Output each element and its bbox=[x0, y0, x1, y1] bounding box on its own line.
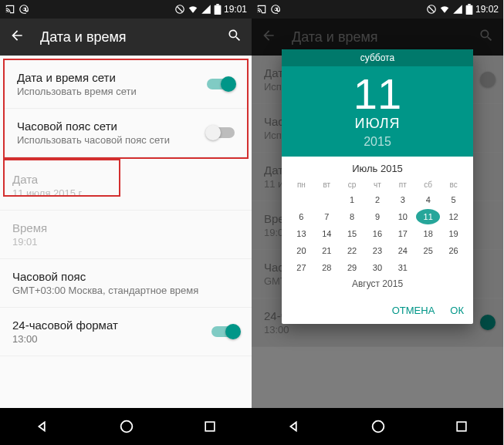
calendar-title: Июль 2015 bbox=[289, 163, 465, 174]
status-time: 19:02 bbox=[475, 4, 499, 15]
svg-line-1 bbox=[177, 7, 182, 12]
label: 24-часовой формат bbox=[12, 319, 211, 332]
label: Дата и время сети bbox=[17, 71, 207, 84]
next-month-label: Август 2015 bbox=[289, 275, 465, 292]
svg-rect-9 bbox=[468, 4, 471, 5]
phone-right: 19:02 Дата и время ДатИсп ЧасИсп Дат11 и… bbox=[252, 0, 503, 445]
nav-back[interactable] bbox=[34, 418, 51, 435]
month-label[interactable]: ИЮЛЯ bbox=[282, 116, 473, 132]
toggle-24h[interactable] bbox=[211, 326, 239, 337]
setting-timezone[interactable]: Часовой пояс GMT+03:00 Москва, стандартн… bbox=[0, 259, 252, 308]
calendar-day[interactable]: 7 bbox=[315, 209, 339, 224]
calendar-day[interactable]: 12 bbox=[441, 209, 465, 224]
calendar-day[interactable]: 4 bbox=[416, 192, 440, 207]
svg-point-10 bbox=[373, 421, 384, 433]
calendar-day[interactable]: 5 bbox=[441, 192, 465, 207]
year-label[interactable]: 2015 bbox=[282, 135, 473, 149]
nav-recent[interactable] bbox=[454, 419, 469, 434]
calendar-day[interactable]: 26 bbox=[441, 243, 465, 258]
calendar-day[interactable]: 21 bbox=[315, 243, 339, 258]
calendar-day[interactable]: 10 bbox=[391, 209, 414, 224]
calendar-day[interactable]: 6 bbox=[289, 209, 313, 224]
dialog-actions: ОТМЕНА ОК bbox=[282, 298, 473, 324]
setting-24h[interactable]: 24-часовой формат 13:00 bbox=[0, 308, 252, 356]
calendar-dow: вт bbox=[315, 179, 339, 190]
subtitle: 11 июля 2015 г. bbox=[12, 187, 239, 199]
app-bar: Дата и время bbox=[0, 19, 252, 56]
date-picker-dialog: суббота 11 ИЮЛЯ 2015 Июль 2015 пнвтсрчтп… bbox=[282, 49, 473, 324]
status-time: 19:01 bbox=[224, 4, 247, 15]
calendar-day[interactable]: 17 bbox=[391, 226, 414, 241]
setting-network-tz[interactable]: Часовой пояс сети Использовать часовой п… bbox=[5, 109, 247, 157]
label: Часовой пояс bbox=[12, 270, 239, 283]
toggle-network-tz[interactable] bbox=[207, 127, 235, 138]
calendar-day[interactable]: 13 bbox=[289, 226, 313, 241]
calendar-day[interactable]: 2 bbox=[366, 192, 390, 207]
svg-point-4 bbox=[121, 421, 133, 433]
day-label[interactable]: 11 bbox=[282, 72, 473, 116]
nav-home[interactable] bbox=[370, 418, 387, 435]
calendar-dow: пн bbox=[289, 179, 313, 190]
calendar-day[interactable]: 16 bbox=[366, 226, 390, 241]
nav-bar bbox=[252, 408, 503, 445]
calendar-dow: пт bbox=[391, 179, 414, 190]
at-icon bbox=[270, 4, 281, 15]
setting-network-time[interactable]: Дата и время сети Использовать время сет… bbox=[5, 60, 247, 109]
subtitle: 19:01 bbox=[12, 236, 239, 248]
calendar-day[interactable]: 3 bbox=[391, 192, 414, 207]
calendar-day[interactable]: 11 bbox=[416, 209, 440, 224]
calendar-day[interactable]: 22 bbox=[340, 243, 364, 258]
screencast-icon bbox=[5, 4, 15, 15]
calendar-day[interactable]: 30 bbox=[366, 260, 390, 275]
highlight-box-top: Дата и время сети Использовать время сет… bbox=[3, 59, 249, 159]
calendar-dow: чт bbox=[366, 179, 390, 190]
status-bar: 19:01 bbox=[0, 0, 252, 19]
calendar-day[interactable]: 8 bbox=[340, 209, 364, 224]
cancel-button[interactable]: ОТМЕНА bbox=[392, 305, 435, 316]
calendar-day[interactable]: 1 bbox=[340, 192, 364, 207]
label: Время bbox=[12, 221, 239, 234]
calendar-day[interactable]: 14 bbox=[315, 226, 339, 241]
nav-home[interactable] bbox=[118, 418, 135, 435]
no-sim-icon bbox=[174, 4, 185, 15]
setting-date: Дата 11 июля 2015 г. bbox=[0, 162, 252, 211]
at-icon bbox=[19, 4, 29, 15]
calendar-day[interactable]: 29 bbox=[340, 260, 364, 275]
back-button[interactable] bbox=[9, 28, 25, 47]
calendar-day[interactable]: 25 bbox=[416, 243, 440, 258]
label: Дата bbox=[12, 173, 239, 186]
calendar-day[interactable]: 28 bbox=[315, 260, 339, 275]
nav-recent[interactable] bbox=[202, 419, 218, 434]
battery-icon bbox=[214, 4, 222, 15]
no-sim-icon bbox=[426, 4, 437, 15]
calendar-day[interactable]: 15 bbox=[340, 226, 364, 241]
setting-time: Время 19:01 bbox=[0, 211, 252, 259]
calendar-day[interactable]: 18 bbox=[416, 226, 440, 241]
dialog-header: суббота 11 ИЮЛЯ 2015 bbox=[282, 49, 473, 157]
weekday-label: суббота bbox=[282, 49, 473, 66]
screencast-icon bbox=[256, 4, 267, 15]
wifi-icon bbox=[439, 4, 450, 15]
calendar-day[interactable]: 27 bbox=[289, 260, 313, 275]
search-button[interactable] bbox=[227, 28, 242, 47]
svg-rect-8 bbox=[466, 5, 473, 15]
calendar-day[interactable]: 23 bbox=[366, 243, 390, 258]
wifi-icon bbox=[188, 4, 198, 15]
calendar-day[interactable]: 24 bbox=[391, 243, 414, 258]
calendar-day[interactable]: 9 bbox=[366, 209, 390, 224]
toggle-network-time[interactable] bbox=[207, 79, 235, 89]
ok-button[interactable]: ОК bbox=[450, 305, 464, 316]
calendar: Июль 2015 пнвтсрчтптсбвс1234567891011121… bbox=[282, 157, 473, 298]
svg-rect-2 bbox=[215, 5, 222, 15]
signal-icon bbox=[201, 4, 211, 15]
calendar-day[interactable]: 19 bbox=[441, 226, 465, 241]
subtitle: Использовать время сети bbox=[17, 86, 207, 97]
settings-list: Дата и время сети Использовать время сет… bbox=[0, 59, 252, 356]
calendar-day[interactable]: 31 bbox=[391, 260, 414, 275]
svg-rect-5 bbox=[205, 422, 215, 431]
calendar-day[interactable]: 20 bbox=[289, 243, 313, 258]
nav-back[interactable] bbox=[286, 418, 303, 435]
signal-icon bbox=[452, 4, 463, 15]
svg-rect-3 bbox=[216, 4, 219, 5]
calendar-dow: ср bbox=[340, 179, 364, 190]
